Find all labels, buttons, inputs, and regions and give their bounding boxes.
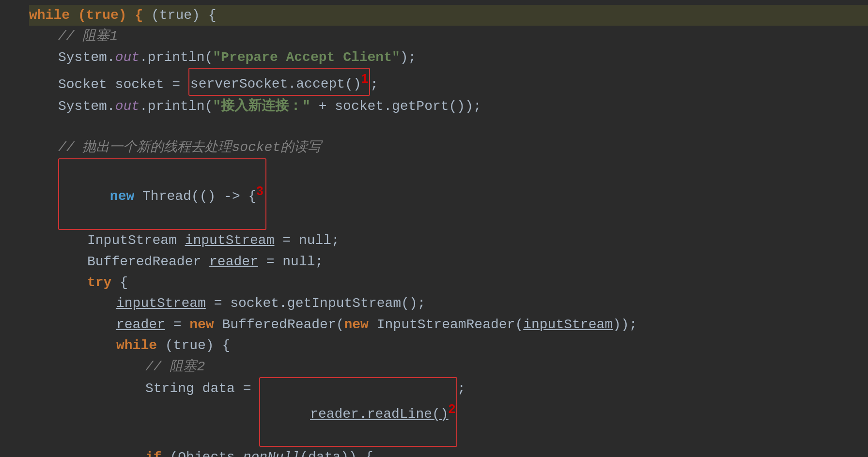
out2: out — [115, 96, 140, 117]
line-prepare: System.out.println("Prepare Accept Clien… — [58, 47, 868, 68]
keyword-if: if — [145, 447, 162, 457]
string-prepare: "Prepare Accept Client" — [213, 47, 400, 68]
comment-block2: // 阻塞2 — [145, 356, 205, 377]
if-paren: (Objects. — [162, 447, 243, 457]
line-try: try { — [87, 272, 868, 293]
line-new-thread: new Thread(() -> {3 — [58, 158, 868, 230]
system2: System. — [58, 96, 115, 117]
line-while-true: while (true) { (true) { — [29, 5, 868, 26]
if-rest: (data)) { — [300, 447, 373, 457]
while2-rest: (true) { — [157, 335, 230, 356]
readline-semi: ; — [457, 378, 465, 399]
inputstream-assign: inputStream — [116, 293, 206, 314]
try-brace: { — [111, 272, 128, 293]
semicolon-1: ; — [370, 74, 378, 95]
reader-assign: reader — [116, 314, 165, 335]
buffered-reader: BufferedReader( — [214, 314, 344, 335]
getinput-rest: = socket.getInputStream(); — [206, 293, 426, 314]
string-data: String data = — [145, 378, 259, 399]
println-text: .println( — [140, 47, 213, 68]
system-text: System. — [58, 47, 115, 68]
equals-new: = — [165, 314, 189, 335]
annotation-box-3: new Thread(() -> {3 — [58, 158, 266, 230]
keyword-try: try — [87, 272, 111, 293]
annotation-box-2: reader.readLine()2 — [259, 377, 457, 447]
line-buffered: BufferedReader reader = null; — [87, 251, 868, 272]
keyword-while2: while — [116, 335, 157, 356]
code-block: while (true) { (true) { // 阻塞1 System.ou… — [0, 0, 868, 457]
line-reader-assign: reader = new BufferedReader(new InputStr… — [116, 314, 868, 335]
reader-var: reader — [209, 251, 258, 272]
reader-null: = null; — [258, 251, 323, 272]
line-getport: System.out.println("接入新连接：" + socket.get… — [58, 96, 868, 117]
reader-close: )); — [613, 314, 637, 335]
isr-text: InputStreamReader( — [369, 314, 523, 335]
comment-thread: // 抛出一个新的线程去处理socket的读写 — [58, 137, 321, 158]
println2: .println( — [140, 96, 213, 117]
readline-method: reader.readLine() — [310, 407, 449, 422]
inputstream-ref: inputStream — [523, 314, 613, 335]
annotation-number-2: 2 — [449, 401, 455, 416]
inputstream-type: InputStream — [87, 230, 185, 251]
nonnull-italic: nonNull — [243, 447, 300, 457]
line-while2: while (true) { — [116, 335, 868, 356]
line-if: if (Objects.nonNull(data)) { — [145, 447, 868, 457]
plain-text: (true) { — [143, 5, 216, 26]
inputstream-null: = null; — [274, 230, 339, 251]
keyword-new2: new — [189, 314, 214, 335]
buffered-type: BufferedReader — [87, 251, 209, 272]
socket-decl: Socket socket = — [58, 74, 188, 95]
line-inputstream: InputStream inputStream = null; — [87, 230, 868, 251]
line-comment1: // 阻塞1 — [58, 26, 868, 46]
line-comment2: // 阻塞2 — [145, 356, 868, 377]
inputstream-var: inputStream — [185, 230, 275, 251]
plus-getport: + socket.getPort()); — [319, 96, 481, 117]
annotation-number-3: 3 — [256, 183, 263, 198]
keyword-new: new — [110, 189, 134, 204]
line-getinput: inputStream = socket.getInputStream(); — [116, 293, 868, 314]
line-comment-thread: // 抛出一个新的线程去处理socket的读写 — [58, 137, 868, 158]
line-socket-accept: Socket socket = serverSocket.accept()1; — [58, 68, 868, 96]
empty-line-1 — [29, 117, 868, 137]
close-paren: ); — [400, 47, 417, 68]
keyword-while: while (true) { — [29, 5, 143, 26]
out-keyword: out — [115, 47, 140, 68]
str-getport: "接入新连接：" — [213, 96, 318, 117]
line-readline: String data = reader.readLine()2 ; — [145, 377, 868, 447]
keyword-new3: new — [344, 314, 369, 335]
annotation-number-1: 1 — [361, 71, 368, 86]
annotation-box-1: serverSocket.accept()1 — [188, 68, 370, 96]
thread-text: Thread(() -> { — [134, 189, 256, 204]
comment-block1: // 阻塞1 — [58, 26, 118, 46]
